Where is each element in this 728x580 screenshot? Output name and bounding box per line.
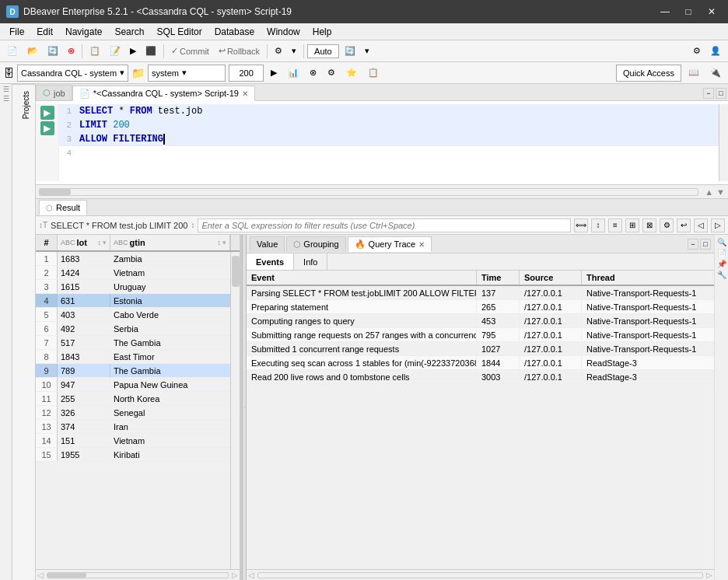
filter-sort-btn[interactable]: ↕: [591, 218, 605, 232]
sql-new-btn[interactable]: 📝: [106, 43, 124, 60]
trace-row[interactable]: Executing seq scan across 1 stables for …: [247, 356, 714, 370]
trace-scroll-right[interactable]: ▷: [705, 571, 714, 579]
menu-database[interactable]: Database: [208, 25, 261, 39]
grouping-tab[interactable]: ⬡ Grouping: [286, 236, 345, 252]
arrow-up[interactable]: ▲: [705, 187, 713, 197]
value-tab[interactable]: Value: [250, 236, 285, 252]
grid-vscroll[interactable]: [230, 252, 240, 569]
filter-refresh-btn[interactable]: ↩: [677, 218, 691, 232]
sql-run-btn[interactable]: ▶: [126, 43, 140, 60]
panel-max-btn[interactable]: □: [700, 239, 711, 250]
trace-source-col-header[interactable]: Source: [520, 271, 582, 285]
tab-script[interactable]: 📄 *<Cassandra CQL - system> Script-19 ✕: [72, 86, 255, 101]
db-connection-selector[interactable]: Cassandra CQL - system ▾: [17, 65, 128, 82]
project-tab[interactable]: Projects: [12, 84, 35, 125]
h-scrollbar-track[interactable]: [39, 188, 698, 196]
info-sub-tab[interactable]: Info: [294, 253, 327, 270]
auto-button[interactable]: Auto: [307, 44, 339, 58]
menu-help[interactable]: Help: [306, 25, 338, 39]
menu-navigate[interactable]: Navigate: [59, 25, 108, 39]
table-row[interactable]: 4 631 Estonia: [36, 294, 230, 308]
filter-col-btn[interactable]: ≡: [608, 218, 622, 232]
minimize-button[interactable]: —: [655, 4, 675, 19]
limit-input[interactable]: 200: [229, 65, 264, 82]
table-row[interactable]: 13 374 Iran: [36, 420, 230, 434]
grid-gtin-header[interactable]: ABC gtin ↕ ▾: [110, 235, 230, 250]
table-row[interactable]: 6 492 Serbia: [36, 322, 230, 336]
run-query-btn[interactable]: ▶: [40, 106, 54, 120]
query-trace-close[interactable]: ✕: [418, 240, 425, 249]
table-row[interactable]: 10 947 Papua New Guinea: [36, 378, 230, 392]
icon-btn-1[interactable]: 📖: [684, 65, 703, 82]
schema-selector[interactable]: system ▾: [148, 65, 226, 82]
query-trace-tab[interactable]: 🔥 Query Trace ✕: [348, 236, 432, 252]
execute-btn[interactable]: ▶: [267, 65, 281, 82]
sidebar-right-icon-4[interactable]: 🔧: [717, 271, 726, 279]
filter-icon-btn2[interactable]: ⊠: [642, 218, 656, 232]
more-btn[interactable]: ⚙: [324, 65, 339, 82]
close-button[interactable]: ✕: [702, 4, 722, 19]
table-row[interactable]: 7 517 The Gambia: [36, 336, 230, 350]
sql-stop-btn[interactable]: ⬛: [142, 43, 160, 60]
profile-btn[interactable]: 👤: [706, 43, 725, 60]
trace-row[interactable]: Parsing SELECT * FROM test.jobLIMIT 200 …: [247, 286, 714, 300]
scroll-left-arrow[interactable]: ◁: [36, 571, 45, 579]
commit-button[interactable]: ✓ Commit: [167, 43, 213, 60]
trace-thread-col-header[interactable]: Thread: [582, 271, 714, 285]
disconnect-btn[interactable]: ⊗: [64, 43, 79, 60]
trace-hscroll[interactable]: ◁ ▷: [247, 569, 714, 580]
filter-settings-btn[interactable]: ⚙: [660, 218, 674, 232]
trace-hscroll-track[interactable]: [257, 572, 703, 578]
menu-sql-editor[interactable]: SQL Editor: [150, 25, 208, 39]
trace-row[interactable]: Preparing statement 265 /127.0.0.1 Nativ…: [247, 300, 714, 314]
menu-edit[interactable]: Edit: [30, 25, 59, 39]
trace-time-col-header[interactable]: Time: [477, 271, 520, 285]
table-row[interactable]: 3 1615 Uruguay: [36, 280, 230, 294]
icon-btn-2[interactable]: 🔌: [706, 65, 725, 82]
menu-search[interactable]: Search: [108, 25, 150, 39]
scroll-right-arrow[interactable]: ▷: [230, 571, 240, 579]
history-btn[interactable]: 📋: [364, 65, 383, 82]
sidebar-right-icon-3[interactable]: 📌: [717, 260, 726, 268]
grid-lot-header[interactable]: ABC lot ↕ ▾: [58, 235, 110, 250]
explain-btn[interactable]: 📊: [284, 65, 303, 82]
editor-vscroll[interactable]: [719, 104, 728, 181]
open-btn[interactable]: 📂: [23, 43, 42, 60]
bookmark-btn[interactable]: ⭐: [342, 65, 361, 82]
menu-file[interactable]: File: [3, 25, 30, 39]
result-tab[interactable]: ⬡ Result: [39, 200, 87, 215]
events-sub-tab[interactable]: Events: [247, 253, 294, 270]
filter-fit-btn[interactable]: ⟺: [574, 218, 588, 232]
table-row[interactable]: 11 255 North Korea: [36, 392, 230, 406]
tab-max-btn[interactable]: □: [716, 88, 726, 99]
auto-arrow[interactable]: 🔄: [341, 43, 359, 60]
tab-script-close[interactable]: ✕: [242, 89, 248, 98]
trace-row[interactable]: Submitting range requests on 257 ranges …: [247, 328, 714, 342]
maximize-button[interactable]: □: [678, 4, 698, 19]
filter-next-btn[interactable]: ▷: [711, 218, 725, 232]
auto-arrow2[interactable]: ▾: [361, 43, 373, 60]
cancel-exec-btn[interactable]: ⊗: [306, 65, 320, 82]
table-row[interactable]: 12 326 Senegal: [36, 406, 230, 420]
rollback-button[interactable]: ↩ Rollback: [215, 43, 264, 60]
tab-job[interactable]: ⬡ job: [36, 85, 72, 100]
sql-file-btn[interactable]: 📋: [86, 43, 104, 60]
trace-scroll-left[interactable]: ◁: [247, 571, 256, 579]
table-row[interactable]: 8 1843 East Timor: [36, 350, 230, 364]
table-row[interactable]: 1 1683 Zambia: [36, 252, 230, 266]
refresh-connection-btn[interactable]: 🔄: [44, 43, 62, 60]
settings-btn[interactable]: ⚙: [689, 43, 705, 60]
filter-prev-btn[interactable]: ◁: [694, 218, 708, 232]
filter-input[interactable]: [198, 218, 571, 232]
table-row[interactable]: 5 403 Cabo Verde: [36, 308, 230, 322]
table-row[interactable]: 2 1424 Vietnam: [36, 266, 230, 280]
menu-window[interactable]: Window: [261, 25, 306, 39]
arrow-down[interactable]: ▼: [716, 187, 725, 197]
code-editor[interactable]: ▶ ▶ 1 SELECT * FROM test.job 2 LIMIT 200…: [36, 101, 728, 185]
grid-hscroll[interactable]: ◁ ▷: [36, 569, 240, 580]
transaction-btn[interactable]: ⚙: [271, 43, 286, 60]
sidebar-right-icon-2[interactable]: 📄: [717, 249, 726, 257]
tab-min-btn[interactable]: −: [703, 88, 714, 99]
transaction-arrow[interactable]: ▾: [288, 43, 300, 60]
trace-row[interactable]: Read 200 live rows and 0 tombstone cells…: [247, 370, 714, 384]
